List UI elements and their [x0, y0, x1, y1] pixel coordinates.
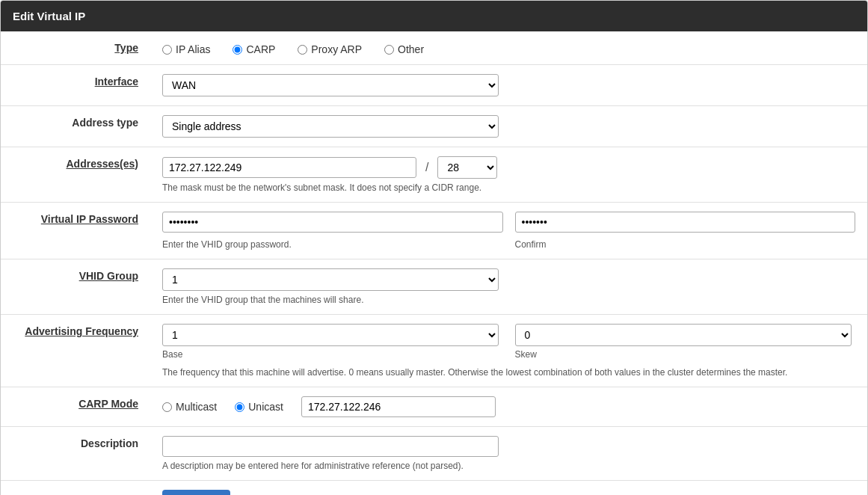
- description-input[interactable]: [162, 436, 499, 457]
- panel-title: Edit Virtual IP: [1, 1, 867, 31]
- base-col: 1 2 3 4 5 Base: [162, 324, 503, 360]
- type-label: Type: [114, 42, 138, 54]
- vip-password-row: Virtual IP Password Enter the VHID group…: [1, 203, 867, 259]
- interface-row: Interface WAN LAN OPT1 OPT2: [1, 65, 867, 106]
- description-help-text: A description may be entered here for ad…: [162, 461, 855, 471]
- address-type-label-cell: Address type: [1, 106, 150, 147]
- vhid-group-label-cell: VHID Group: [1, 259, 150, 315]
- type-carp-radio[interactable]: [233, 45, 242, 55]
- carp-unicast-label: Unicast: [248, 401, 283, 413]
- addresses-content-cell: / 24 25 26 27 28 29 30 31 32 The mask mu…: [150, 147, 867, 203]
- type-carp-label: CARP: [246, 43, 275, 55]
- footer-row: 💾 Save: [1, 481, 867, 496]
- vhid-group-label: VHID Group: [79, 270, 138, 282]
- confirm-block: Confirm: [515, 212, 856, 250]
- interface-label-cell: Interface: [1, 65, 150, 106]
- form-table: Type IP Alias CARP Proxy ARP: [1, 31, 867, 495]
- description-label-cell: Description: [1, 427, 150, 481]
- password-block: Enter the VHID group password.: [162, 212, 503, 250]
- type-ip-alias-option[interactable]: IP Alias: [162, 43, 210, 55]
- footer-content-cell: 💾 Save: [150, 481, 867, 496]
- edit-virtual-ip-panel: Edit Virtual IP Type IP Alias CARP: [0, 0, 868, 495]
- vip-password-label-cell: Virtual IP Password: [1, 203, 150, 259]
- advertising-frequency-help-text: The frequency that this machine will adv…: [162, 367, 855, 378]
- vhid-group-content-cell: 1 2 3 4 5 Enter the VHID group that the …: [150, 259, 867, 315]
- carp-multicast-radio[interactable]: [162, 402, 172, 412]
- footer-label-cell: [1, 481, 150, 496]
- carp-multicast-option[interactable]: Multicast: [162, 401, 217, 413]
- address-type-row: Address type Single address Network CIDR: [1, 106, 867, 147]
- description-label: Description: [81, 437, 138, 449]
- type-other-radio[interactable]: [384, 45, 394, 55]
- advertising-frequency-label-cell: Advertising Frequency: [1, 315, 150, 387]
- address-type-content-cell: Single address Network CIDR: [150, 106, 867, 147]
- ip-address-input[interactable]: [162, 157, 416, 178]
- carp-mode-label-cell: CARP Mode: [1, 387, 150, 427]
- interface-select[interactable]: WAN LAN OPT1 OPT2: [162, 74, 499, 96]
- type-label-cell: Type: [1, 31, 150, 65]
- password-help-text: Enter the VHID group password.: [162, 239, 503, 250]
- addresses-label: Addresses(es): [67, 158, 139, 170]
- advertising-skew-select[interactable]: 0 1 2 3 5 10 100: [515, 324, 852, 346]
- skew-col: 0 1 2 3 5 10 100 Skew: [515, 324, 856, 360]
- vhid-help-text: Enter the VHID group that the machines w…: [162, 295, 855, 305]
- type-proxy-arp-option[interactable]: Proxy ARP: [298, 43, 362, 55]
- type-radio-group: IP Alias CARP Proxy ARP Other: [162, 40, 855, 55]
- carp-unicast-ip-input[interactable]: [301, 396, 496, 417]
- type-row: Type IP Alias CARP Proxy ARP: [1, 31, 867, 65]
- addresses-help-text: The mask must be the network's subnet ma…: [162, 182, 855, 193]
- type-content-cell: IP Alias CARP Proxy ARP Other: [150, 31, 867, 65]
- address-type-label: Address type: [72, 117, 138, 129]
- vip-password-label: Virtual IP Password: [41, 213, 138, 225]
- vhid-group-row: VHID Group 1 2 3 4 5 Enter the VHID grou…: [1, 259, 867, 315]
- type-proxy-arp-radio[interactable]: [298, 45, 307, 55]
- header-title-text: Edit Virtual IP: [13, 10, 85, 22]
- addresses-label-cell: Addresses(es): [1, 147, 150, 203]
- address-type-select[interactable]: Single address Network CIDR: [162, 115, 499, 138]
- vip-password-input[interactable]: [162, 212, 503, 233]
- description-row: Description A description may be entered…: [1, 427, 867, 481]
- type-other-option[interactable]: Other: [384, 43, 424, 55]
- advertising-frequency-selects: 1 2 3 4 5 Base 0 1 2 3: [162, 324, 855, 360]
- type-ip-alias-label: IP Alias: [176, 43, 210, 55]
- advertising-base-select[interactable]: 1 2 3 4 5: [162, 324, 499, 346]
- vip-password-content-cell: Enter the VHID group password. Confirm: [150, 203, 867, 259]
- vip-confirm-input[interactable]: [515, 212, 856, 233]
- slash-separator: /: [422, 161, 431, 174]
- carp-mode-options: Multicast Unicast: [162, 396, 855, 417]
- addresses-row: Addresses(es) / 24 25 26 27 28 29 30 31: [1, 147, 867, 203]
- save-button[interactable]: 💾 Save: [162, 490, 230, 495]
- interface-content-cell: WAN LAN OPT1 OPT2: [150, 65, 867, 106]
- type-ip-alias-radio[interactable]: [162, 45, 172, 55]
- type-other-label: Other: [398, 43, 424, 55]
- cidr-select[interactable]: 24 25 26 27 28 29 30 31 32: [437, 156, 497, 179]
- confirm-label: Confirm: [515, 239, 856, 250]
- carp-unicast-radio[interactable]: [235, 402, 244, 412]
- skew-label: Skew: [515, 349, 856, 360]
- carp-unicast-option[interactable]: Unicast: [235, 401, 283, 413]
- carp-mode-label: CARP Mode: [79, 398, 138, 410]
- password-row: Enter the VHID group password. Confirm: [162, 212, 855, 250]
- advertising-frequency-row: Advertising Frequency 1 2 3 4 5 Base: [1, 315, 867, 387]
- addresses-inline-row: / 24 25 26 27 28 29 30 31 32: [162, 156, 855, 179]
- carp-mode-row: CARP Mode Multicast Unicast: [1, 387, 867, 427]
- advertising-frequency-content-cell: 1 2 3 4 5 Base 0 1 2 3: [150, 315, 867, 387]
- vhid-group-select[interactable]: 1 2 3 4 5: [162, 268, 499, 291]
- advertising-frequency-label: Advertising Frequency: [25, 325, 138, 337]
- interface-label: Interface: [95, 76, 138, 87]
- description-content-cell: A description may be entered here for ad…: [150, 427, 867, 481]
- type-proxy-arp-label: Proxy ARP: [311, 43, 362, 55]
- type-carp-option[interactable]: CARP: [233, 43, 275, 55]
- carp-mode-content-cell: Multicast Unicast: [150, 387, 867, 427]
- base-label: Base: [162, 349, 503, 360]
- carp-multicast-label: Multicast: [176, 401, 217, 413]
